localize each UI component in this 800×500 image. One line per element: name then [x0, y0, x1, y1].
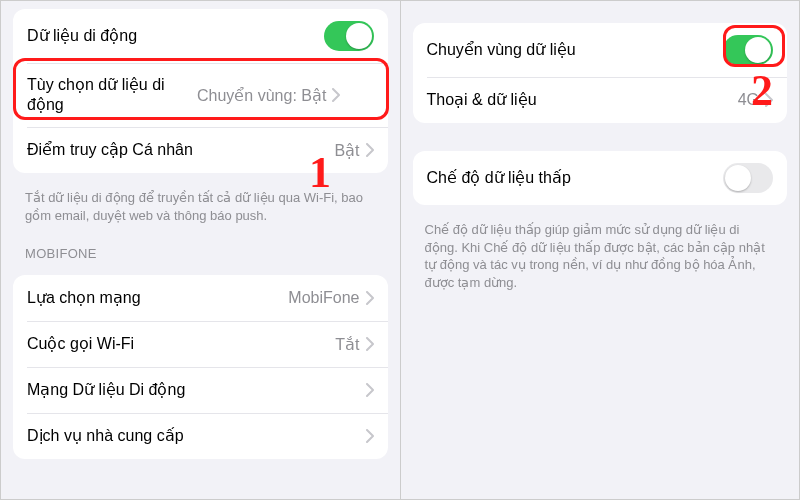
- voice-data-row[interactable]: Thoại & dữ liệu 4G: [413, 77, 788, 123]
- voice-data-label: Thoại & dữ liệu: [427, 90, 738, 110]
- cellular-options-row[interactable]: Tùy chọn dữ liệu di động Chuyển vùng: Bậ…: [13, 63, 388, 127]
- low-data-mode-label: Chế độ dữ liệu thấp: [427, 168, 724, 188]
- network-selection-row[interactable]: Lựa chọn mạng MobiFone: [13, 275, 388, 321]
- data-roaming-row[interactable]: Chuyển vùng dữ liệu: [413, 23, 788, 77]
- left-pane: Dữ liệu di động Tùy chọn dữ liệu di động…: [1, 1, 401, 499]
- network-selection-label: Lựa chọn mạng: [27, 288, 288, 308]
- cellular-footer-text: Tắt dữ liệu di động để truyền tất cả dữ …: [1, 183, 400, 234]
- cellular-group: Dữ liệu di động Tùy chọn dữ liệu di động…: [13, 9, 388, 173]
- personal-hotspot-label: Điểm truy cập Cá nhân: [27, 140, 334, 160]
- cellular-options-label: Tùy chọn dữ liệu di động: [27, 75, 197, 115]
- chevron-right-icon: [332, 88, 340, 102]
- network-selection-value: MobiFone: [288, 289, 359, 307]
- chevron-right-icon: [765, 93, 773, 107]
- data-roaming-label: Chuyển vùng dữ liệu: [427, 40, 724, 60]
- chevron-right-icon: [366, 429, 374, 443]
- cellular-data-row[interactable]: Dữ liệu di động: [13, 9, 388, 63]
- wifi-calling-value: Tắt: [335, 335, 359, 354]
- carrier-section-header: MOBIFONE: [1, 234, 400, 265]
- right-pane: Chuyển vùng dữ liệu Thoại & dữ liệu 4G C…: [401, 1, 800, 499]
- carrier-group: Lựa chọn mạng MobiFone Cuộc gọi Wi-Fi Tắ…: [13, 275, 388, 459]
- carrier-services-label: Dịch vụ nhà cung cấp: [27, 426, 366, 446]
- personal-hotspot-value: Bật: [334, 141, 359, 160]
- wifi-calling-row[interactable]: Cuộc gọi Wi-Fi Tắt: [13, 321, 388, 367]
- cellular-network-row[interactable]: Mạng Dữ liệu Di động: [13, 367, 388, 413]
- low-data-mode-row[interactable]: Chế độ dữ liệu thấp: [413, 151, 788, 205]
- wifi-calling-label: Cuộc gọi Wi-Fi: [27, 334, 335, 354]
- chevron-right-icon: [366, 337, 374, 351]
- cellular-data-label: Dữ liệu di động: [27, 26, 324, 46]
- low-data-group: Chế độ dữ liệu thấp: [413, 151, 788, 205]
- low-data-footer-text: Chế độ dữ liệu thấp giúp giảm mức sử dụn…: [401, 215, 800, 301]
- chevron-right-icon: [366, 143, 374, 157]
- personal-hotspot-row[interactable]: Điểm truy cập Cá nhân Bật: [13, 127, 388, 173]
- chevron-right-icon: [366, 291, 374, 305]
- data-roaming-toggle[interactable]: [723, 35, 773, 65]
- cellular-options-value: Chuyển vùng: Bật: [197, 86, 326, 105]
- low-data-mode-toggle[interactable]: [723, 163, 773, 193]
- chevron-right-icon: [366, 383, 374, 397]
- voice-data-value: 4G: [738, 91, 759, 109]
- cellular-data-toggle[interactable]: [324, 21, 374, 51]
- carrier-services-row[interactable]: Dịch vụ nhà cung cấp: [13, 413, 388, 459]
- cellular-network-label: Mạng Dữ liệu Di động: [27, 380, 366, 400]
- roaming-group: Chuyển vùng dữ liệu Thoại & dữ liệu 4G: [413, 23, 788, 123]
